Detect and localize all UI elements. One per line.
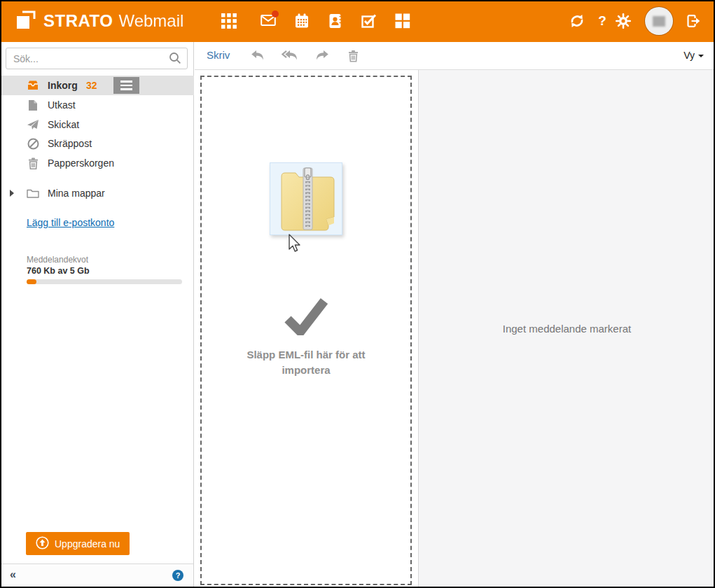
sidebar-item-my-folders[interactable]: Mina mappar bbox=[0, 183, 194, 203]
mouse-cursor bbox=[286, 233, 300, 255]
strato-logo[interactable]: STRATO Webmail bbox=[15, 9, 183, 33]
quota-value: 760 Kb av 5 Gb bbox=[27, 266, 90, 276]
sidebar-item-spam[interactable]: Skräppost bbox=[0, 134, 194, 153]
chevron-down-icon bbox=[698, 55, 704, 57]
empty-selection-message: Inget meddelande markerat bbox=[503, 323, 631, 335]
help-bubble-icon[interactable]: ? bbox=[172, 570, 183, 581]
dragged-zip-file[interactable] bbox=[270, 162, 342, 235]
zip-folder-icon bbox=[277, 166, 335, 232]
check-icon bbox=[284, 298, 328, 338]
user-avatar[interactable] bbox=[645, 7, 673, 35]
top-bar: STRATO Webmail bbox=[0, 0, 715, 42]
tasks-icon[interactable] bbox=[361, 13, 377, 29]
add-email-account-link[interactable]: Lägg till e-postkonto bbox=[27, 217, 114, 228]
settings-gear-icon[interactable] bbox=[616, 13, 631, 29]
sidebar-item-drafts[interactable]: Utkast bbox=[0, 95, 194, 115]
eml-dropzone[interactable]: Släpp EML-fil här för att importera bbox=[200, 76, 412, 585]
brand-name: STRATO bbox=[43, 11, 113, 31]
quota-progress-bar bbox=[27, 279, 182, 284]
help-icon[interactable]: ? bbox=[595, 13, 610, 29]
strato-logo-icon bbox=[15, 9, 43, 33]
portal-icon[interactable] bbox=[395, 13, 410, 29]
quota-label: Meddelandekvot bbox=[27, 255, 88, 265]
folder-label: Skickat bbox=[48, 119, 79, 130]
contacts-icon[interactable] bbox=[328, 13, 343, 29]
mail-toolbar: Skriv Vy bbox=[195, 42, 715, 70]
calendar-icon[interactable] bbox=[294, 13, 310, 29]
view-dropdown[interactable]: Vy bbox=[683, 50, 704, 61]
reply-icon[interactable] bbox=[251, 50, 265, 64]
help-glyph: ? bbox=[595, 13, 610, 29]
document-icon bbox=[27, 99, 39, 111]
refresh-icon[interactable] bbox=[569, 13, 585, 29]
folder-label: Mina mappar bbox=[48, 188, 105, 199]
logout-icon[interactable] bbox=[686, 13, 701, 29]
upgrade-button[interactable]: Uppgradera nu bbox=[26, 532, 130, 555]
folder-actions-button[interactable] bbox=[113, 77, 139, 94]
mail-notification-dot bbox=[272, 10, 279, 18]
view-dropdown-label: Vy bbox=[683, 50, 695, 61]
reply-all-icon[interactable] bbox=[282, 50, 298, 64]
search-box bbox=[6, 48, 188, 69]
inbox-icon bbox=[27, 79, 39, 92]
unread-count-badge: 32 bbox=[86, 80, 97, 91]
apps-grid-icon[interactable] bbox=[221, 13, 237, 29]
collapse-sidebar-button[interactable]: « bbox=[10, 568, 16, 581]
dropzone-message: Släpp EML-fil här för att importera bbox=[223, 347, 389, 378]
message-list-pane: Släpp EML-fil här för att importera bbox=[195, 70, 419, 587]
delete-icon[interactable] bbox=[348, 50, 359, 65]
sidebar-item-sent[interactable]: Skickat bbox=[0, 115, 194, 134]
trash-icon bbox=[27, 157, 39, 169]
folder-sidebar: Inkorg 32 Utkast Skickat bbox=[0, 42, 194, 588]
avatar-image bbox=[653, 16, 665, 27]
folder-icon bbox=[27, 187, 39, 200]
mail-icon[interactable] bbox=[261, 13, 276, 29]
compose-button[interactable]: Skriv bbox=[207, 49, 230, 61]
folder-label: Inkorg bbox=[48, 80, 78, 91]
sidebar-footer: « ? bbox=[0, 564, 193, 588]
expand-arrow-icon[interactable] bbox=[10, 190, 14, 197]
paper-plane-icon bbox=[27, 118, 39, 131]
reading-pane: Inget meddelande markerat bbox=[419, 70, 715, 587]
block-icon bbox=[27, 137, 39, 150]
upgrade-button-label: Uppgradera nu bbox=[55, 538, 120, 550]
quota-progress-fill bbox=[27, 279, 36, 284]
search-input[interactable] bbox=[6, 48, 188, 69]
upgrade-arrow-icon bbox=[36, 536, 49, 552]
webmail-window: STRATO Webmail bbox=[0, 0, 715, 588]
search-icon[interactable] bbox=[169, 52, 181, 67]
folder-label: Papperskorgen bbox=[48, 158, 114, 169]
folder-label: Utkast bbox=[48, 99, 76, 111]
sidebar-item-trash[interactable]: Papperskorgen bbox=[0, 153, 194, 173]
sidebar-item-inbox[interactable]: Inkorg 32 bbox=[0, 76, 194, 95]
folder-label: Skräppost bbox=[48, 138, 92, 149]
forward-icon[interactable] bbox=[315, 50, 329, 64]
product-name: Webmail bbox=[118, 11, 183, 31]
